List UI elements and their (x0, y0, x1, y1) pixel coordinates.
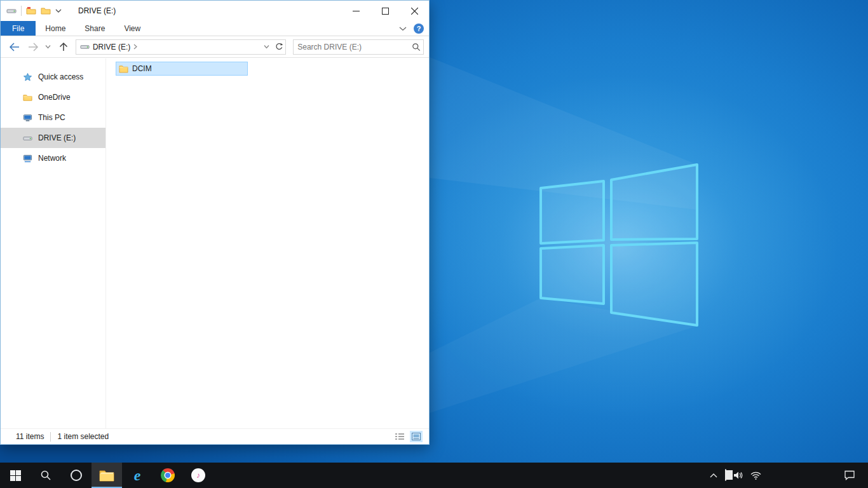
breadcrumb-segment[interactable]: DRIVE (E:) (93, 43, 130, 51)
separator (21, 6, 22, 16)
action-center-icon[interactable] (844, 470, 855, 480)
itunes-icon: ♪ (191, 468, 205, 482)
window-title: DRIVE (E:) (78, 6, 116, 15)
file-item-label: DCIM (132, 64, 152, 73)
navigation-toolbar: DRIVE (E:) (1, 36, 429, 58)
separator (50, 432, 51, 442)
windows-logo-icon (10, 470, 21, 481)
minimize-button[interactable] (341, 1, 370, 21)
sidebar-item-label: DRIVE (E:) (38, 133, 76, 142)
breadcrumb[interactable]: DRIVE (E:) (76, 42, 260, 51)
search-input[interactable] (294, 43, 409, 51)
desktop: DRIVE (E:) File Home Share View (0, 0, 868, 488)
sidebar-item-label: This PC (38, 113, 65, 122)
search-icon[interactable] (409, 43, 423, 51)
monitor-icon (23, 113, 32, 123)
sidebar-item-label: Quick access (38, 72, 83, 81)
ribbon-collapse-chevron-icon[interactable] (399, 26, 407, 31)
tab-home[interactable]: Home (36, 21, 75, 36)
maximize-button[interactable] (370, 1, 400, 21)
large-icons-view-icon[interactable] (410, 431, 423, 442)
itunes-button[interactable]: ♪ (183, 463, 214, 488)
wifi-icon[interactable] (750, 471, 761, 480)
file-explorer-window: DRIVE (E:) File Home Share View (0, 0, 430, 445)
volume-icon[interactable] (733, 471, 743, 480)
titlebar[interactable]: DRIVE (E:) (1, 1, 429, 21)
start-button[interactable] (0, 463, 31, 488)
sidebar-item-quick-access[interactable]: Quick access (1, 67, 105, 87)
navigation-pane: Quick access OneDrive This PC (1, 58, 106, 428)
address-dropdown-chevron-icon[interactable] (260, 40, 273, 54)
taskbar-search-button[interactable] (31, 463, 61, 488)
tab-file[interactable]: File (1, 21, 36, 36)
selection-count: 1 item selected (57, 432, 109, 441)
forward-button[interactable] (25, 39, 42, 55)
hidden-icons-chevron-icon[interactable] (709, 473, 718, 478)
status-bar: 11 items 1 item selected (1, 428, 429, 444)
details-view-icon[interactable] (393, 431, 406, 442)
sidebar-item-onedrive[interactable]: OneDrive (1, 87, 105, 107)
internet-explorer-button[interactable]: e (122, 463, 153, 488)
drive-icon (6, 6, 17, 16)
tab-share[interactable]: Share (75, 21, 114, 36)
breadcrumb-chevron-icon[interactable] (133, 44, 137, 50)
ribbon-tabs: File Home Share View ? (1, 21, 429, 36)
address-bar[interactable]: DRIVE (E:) (76, 39, 286, 55)
taskbar: e ♪ (0, 463, 868, 488)
qat-properties-icon[interactable] (26, 6, 36, 16)
cortana-button[interactable] (61, 463, 92, 488)
recent-locations-chevron-icon[interactable] (43, 39, 53, 55)
chrome-icon (161, 468, 175, 482)
cortana-icon (71, 470, 82, 481)
search-box[interactable] (293, 39, 424, 55)
folder-icon (23, 93, 32, 102)
internet-explorer-icon: e (134, 468, 141, 483)
item-count: 11 items (16, 432, 44, 441)
qat-customize-chevron-icon[interactable] (55, 8, 62, 13)
caption-buttons (341, 1, 429, 21)
sidebar-item-network[interactable]: Network (1, 148, 105, 168)
drive-icon (80, 42, 90, 51)
qat-new-folder-icon[interactable] (41, 6, 51, 16)
quick-access-toolbar (1, 6, 62, 16)
sidebar-item-drive-e[interactable]: DRIVE (E:) (1, 128, 105, 148)
chrome-button[interactable] (153, 463, 183, 488)
system-tray (709, 463, 868, 488)
sidebar-item-label: OneDrive (38, 93, 71, 102)
battery-icon[interactable] (725, 470, 726, 481)
star-icon (23, 72, 32, 82)
search-icon (40, 470, 51, 481)
file-explorer-icon (99, 469, 114, 482)
file-item-dcim[interactable]: DCIM (116, 62, 248, 76)
tab-view[interactable]: View (114, 21, 150, 36)
network-icon (23, 154, 32, 163)
back-button[interactable] (6, 39, 23, 55)
sidebar-item-label: Network (38, 154, 66, 163)
folder-icon (119, 64, 128, 73)
up-button[interactable] (55, 39, 72, 55)
file-list[interactable]: DCIM (106, 58, 429, 428)
taskbar-file-explorer-button[interactable] (92, 463, 122, 488)
close-button[interactable] (400, 1, 429, 21)
sidebar-item-this-pc[interactable]: This PC (1, 107, 105, 128)
help-icon[interactable]: ? (414, 24, 424, 34)
drive-icon (23, 133, 32, 143)
refresh-icon[interactable] (273, 40, 285, 54)
